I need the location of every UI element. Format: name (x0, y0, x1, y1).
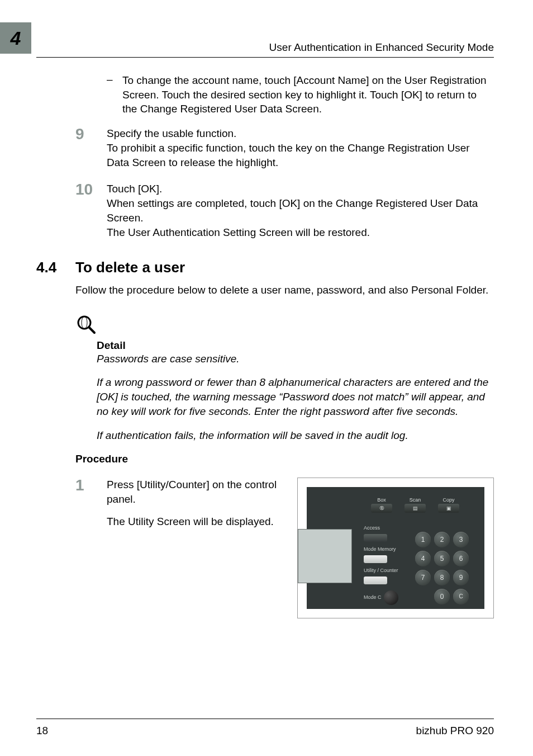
procedure-p1: Press [Utility/Counter] on the control p… (107, 478, 284, 507)
panel-copy-label: Copy (442, 497, 454, 503)
svg-line-2 (89, 327, 94, 333)
keypad-1: 1 (415, 532, 431, 547)
step9-line2: To prohibit a specific function, touch t… (107, 141, 494, 170)
panel-modememory-label: Mode Memory (364, 546, 398, 552)
step10-line1: Touch [OK]. (107, 182, 494, 196)
keypad-2: 2 (434, 532, 450, 547)
keypad-8: 8 (434, 570, 450, 585)
procedure-p2: The Utility Screen will be displayed. (107, 514, 284, 529)
product-name: bizhub PRO 920 (416, 725, 494, 737)
panel-screen (298, 529, 352, 583)
detail-label: Detail (97, 339, 494, 352)
panel-box-label: Box (377, 497, 386, 503)
keypad-4: 4 (415, 551, 431, 566)
panel-modememory-key (364, 555, 387, 563)
panel-scan-button: Scan ▤ (404, 497, 426, 513)
panel-copy-button: Copy ▣ (438, 497, 459, 513)
procedure-step-number: 1 (75, 478, 107, 493)
procedure-heading: Procedure (75, 453, 494, 465)
panel-keypad: 1 2 3 4 5 6 7 8 9 0 C (415, 532, 469, 604)
detail-para2: If a wrong password or fewer than 8 alph… (97, 375, 494, 419)
section-intro: Follow the procedure below to delete a u… (75, 283, 494, 297)
detail-para3: If authentication fails, the information… (97, 428, 494, 443)
keypad-5: 5 (434, 551, 450, 566)
detail-para1: Passwords are case sensitive. (97, 352, 494, 366)
keypad-3: 3 (453, 532, 469, 547)
panel-utility-label: Utility / Counter (364, 568, 398, 573)
panel-modecheck-label: Mode C (364, 594, 382, 600)
keypad-clear: C (453, 589, 469, 604)
keypad-0: 0 (434, 589, 450, 604)
running-header: User Authentication in Enhanced Security… (42, 41, 494, 54)
magnifier-icon (75, 314, 98, 336)
mode-dial-icon (384, 590, 398, 605)
keypad-7: 7 (415, 570, 431, 585)
panel-box-button: Box ⦿ (371, 497, 392, 513)
panel-scan-label: Scan (410, 497, 421, 503)
keypad-9: 9 (453, 570, 469, 585)
control-panel-figure: Box ⦿ Scan ▤ Copy ▣ Access (297, 478, 494, 618)
page-number: 18 (36, 725, 48, 737)
step9-line1: Specify the usable function. (107, 126, 494, 141)
step10-line2: When settings are completed, touch [OK] … (107, 196, 494, 225)
panel-utility-key (364, 577, 387, 584)
scan-icon: ▤ (413, 505, 418, 511)
keypad-6: 6 (453, 551, 469, 566)
section-title: To delete a user (75, 259, 185, 276)
copy-icon: ▣ (446, 505, 451, 511)
step10-line3: The User Authentication Setting Screen w… (107, 225, 494, 240)
panel-access-key (364, 534, 387, 542)
section-number: 4.4 (36, 259, 75, 276)
bullet-dash: – (107, 73, 122, 116)
panel-access-label: Access (364, 525, 398, 531)
chapter-badge: 4 (0, 22, 31, 54)
step-number-9: 9 (75, 126, 107, 142)
folder-icon: ⦿ (379, 505, 384, 511)
svg-point-1 (82, 316, 87, 329)
bullet-text: To change the account name, touch [Accou… (122, 73, 494, 116)
step-number-10: 10 (75, 182, 107, 197)
